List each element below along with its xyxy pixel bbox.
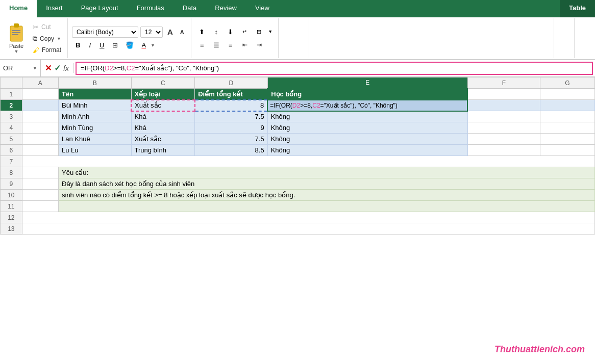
cell-f5[interactable] (467, 134, 540, 145)
bold-button[interactable]: B (72, 40, 84, 50)
align-middle-button[interactable]: ↕ (210, 26, 223, 37)
cell-b6[interactable]: Lu Lu (59, 145, 132, 156)
wrap-text-button[interactable]: ↵ (238, 26, 252, 37)
cell-f6[interactable] (467, 145, 540, 156)
cell-f2[interactable] (467, 100, 540, 111)
tab-data[interactable]: Data (173, 0, 206, 17)
cell-a8[interactable] (22, 167, 58, 178)
paste-button[interactable]: Paste ▼ (4, 20, 29, 56)
cell-a10[interactable] (22, 190, 58, 201)
cell-c1[interactable]: Xếp loại (131, 89, 195, 100)
cell-g2[interactable] (540, 100, 595, 111)
row-header-4: 4 (1, 122, 22, 134)
cell-c5[interactable]: Xuất sắc (131, 134, 195, 145)
format-button[interactable]: 🖌 Format (31, 45, 63, 55)
cell-b2[interactable]: Bùi Minh (59, 100, 132, 111)
cell-a2[interactable] (22, 100, 58, 111)
indent-increase-button[interactable]: ⇥ (253, 39, 266, 50)
cell-c4[interactable]: Khá (131, 122, 195, 134)
cell-a4[interactable] (22, 122, 58, 134)
align-top-button[interactable]: ⬆ (195, 26, 209, 37)
tab-review[interactable]: Review (206, 0, 246, 17)
tab-table[interactable]: Table (560, 0, 595, 17)
cell-g5[interactable] (540, 134, 595, 145)
cell-a9[interactable] (22, 178, 58, 190)
cell-d3[interactable]: 7.5 (195, 111, 268, 122)
cell-f1[interactable] (467, 89, 540, 100)
col-header-d[interactable]: D (195, 77, 268, 89)
cell-a5[interactable] (22, 134, 58, 145)
col-header-c[interactable]: C (131, 77, 195, 89)
cell-d5[interactable]: 7.5 (195, 134, 268, 145)
cell-e1[interactable]: Học bổng (267, 89, 467, 100)
cell-a11[interactable] (22, 201, 58, 212)
cell-d2[interactable]: 8 (195, 100, 268, 111)
cell-b8[interactable]: Yêu cầu: (59, 167, 595, 178)
tab-formulas[interactable]: Formulas (128, 0, 173, 17)
col-header-b[interactable]: B (59, 77, 132, 89)
cell-f4[interactable] (467, 122, 540, 134)
copy-button[interactable]: ⧉ Copy ▼ (31, 34, 63, 44)
cell-e6[interactable]: Không (267, 145, 467, 156)
tab-view[interactable]: View (246, 0, 279, 17)
merge-button[interactable]: ⊞ (253, 26, 266, 37)
cell-c2[interactable]: Xuất sắc (131, 100, 195, 111)
cell-b3[interactable]: Minh Anh (59, 111, 132, 122)
cell-b4[interactable]: Minh Tùng (59, 122, 132, 134)
cell-a6[interactable] (22, 145, 58, 156)
cell-g3[interactable] (540, 111, 595, 122)
cut-button[interactable]: ✂ Cut (31, 22, 63, 32)
col-header-a[interactable]: A (22, 77, 58, 89)
tab-insert[interactable]: Insert (37, 0, 72, 17)
cell-g4[interactable] (540, 122, 595, 134)
tab-page-layout[interactable]: Page Layout (72, 0, 128, 17)
fill-color-button[interactable]: 🪣 (122, 40, 137, 50)
merge-arrow[interactable]: ▼ (267, 26, 274, 37)
cell-b5[interactable]: Lan Khuê (59, 134, 132, 145)
cell-c3[interactable]: Khá (131, 111, 195, 122)
font-name-select[interactable]: Calibri (Body) (72, 27, 138, 38)
cell-e3[interactable]: Không (267, 111, 467, 122)
confirm-button[interactable]: ✓ (54, 63, 61, 73)
cell-e2[interactable]: =IF(OR(D2>=8,C2="Xuất sắc"), "Có", "Khôn… (267, 100, 467, 111)
name-box[interactable]: OR ▼ (0, 60, 41, 76)
cell-b1[interactable]: Tên (59, 89, 132, 100)
font-increase-button[interactable]: A (165, 26, 176, 38)
formula-input-container[interactable]: =IF(OR(D2>=8,C2="Xuất sắc"), "Có", "Khôn… (76, 62, 593, 75)
font-color-button[interactable]: A (138, 40, 149, 50)
col-header-e[interactable]: E (267, 77, 467, 89)
font-size-select[interactable]: 12 (140, 27, 163, 38)
underline-button[interactable]: U (96, 40, 108, 50)
cell-row12[interactable] (22, 212, 594, 223)
align-bottom-button[interactable]: ⬇ (224, 26, 237, 37)
cell-row7[interactable] (22, 156, 594, 167)
cell-c6[interactable]: Trung bình (131, 145, 195, 156)
cancel-button[interactable]: ✕ (45, 63, 52, 73)
align-center-button[interactable]: ☰ (210, 39, 223, 50)
cell-g6[interactable] (540, 145, 595, 156)
cell-e4[interactable]: Không (267, 122, 467, 134)
col-header-g[interactable]: G (540, 77, 595, 89)
cell-d4[interactable]: 9 (195, 122, 268, 134)
col-header-f[interactable]: F (467, 77, 540, 89)
cell-d1[interactable]: Điểm tổng kết (195, 89, 268, 100)
border-button[interactable]: ⊞ (109, 40, 121, 50)
cell-b11[interactable] (59, 201, 595, 212)
cell-e5[interactable]: Không (267, 134, 467, 145)
font-decrease-button[interactable]: A (178, 28, 187, 37)
align-left-button[interactable]: ≡ (195, 39, 209, 50)
tab-home[interactable]: Home (0, 0, 37, 17)
cell-row13[interactable] (22, 223, 594, 235)
cell-d6[interactable]: 8.5 (195, 145, 268, 156)
fx-button[interactable]: fx (63, 64, 69, 72)
cell-g1[interactable] (540, 89, 595, 100)
cell-f3[interactable] (467, 111, 540, 122)
cell-b9[interactable]: Đây là danh sách xét học bổng của sinh v… (59, 178, 595, 190)
cell-a3[interactable] (22, 111, 58, 122)
font-color-arrow[interactable]: ▼ (151, 43, 155, 48)
indent-decrease-button[interactable]: ⇤ (238, 39, 252, 50)
cell-b10[interactable]: sinh viên nào có điểm tổng kết >= 8 hoặc… (59, 190, 595, 201)
cell-a1[interactable] (22, 89, 58, 100)
align-right-button[interactable]: ≡ (224, 39, 237, 50)
italic-button[interactable]: I (85, 40, 94, 50)
